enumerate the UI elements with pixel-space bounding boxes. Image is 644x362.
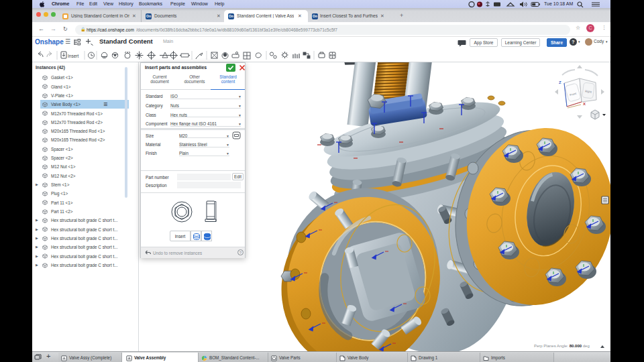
svg-text:Perp Planes Angle: 80.000 deg: Perp Planes Angle: 80.000 deg xyxy=(534,344,590,348)
svg-text:X: X xyxy=(583,102,586,106)
svg-text:Insert: Insert xyxy=(68,54,78,58)
svg-text:Z: Z xyxy=(559,80,561,84)
